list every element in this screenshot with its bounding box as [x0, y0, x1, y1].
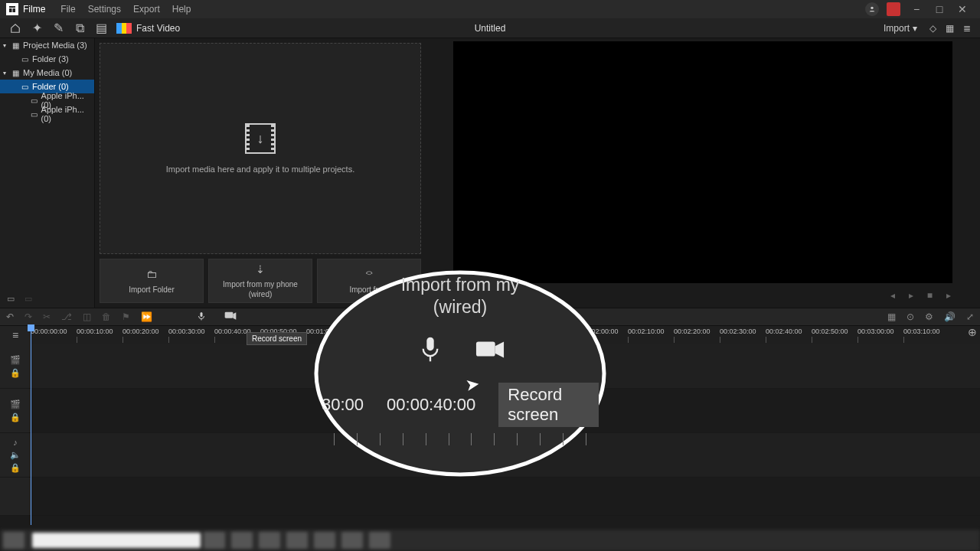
video-track-icon[interactable]: 🎬 — [10, 399, 21, 409]
notification-icon[interactable] — [887, 2, 900, 16]
callout-time-left: 30:00 — [322, 395, 364, 415]
cut-icon[interactable]: ✂ — [43, 311, 51, 322]
folder-icon: ▭ — [31, 96, 38, 105]
card-label: Import Folder — [129, 285, 174, 295]
import-dropdown[interactable]: Import ▾ — [884, 23, 917, 34]
taskbar-app-icon[interactable] — [369, 532, 390, 549]
card-label: (wired) — [249, 289, 273, 299]
taskbar-app-icon[interactable] — [231, 532, 253, 549]
playhead[interactable] — [31, 326, 31, 525]
split-icon[interactable]: ⎇ — [61, 311, 72, 322]
project-title: Untitled — [475, 23, 506, 34]
redo-icon[interactable]: ↷ — [24, 311, 32, 322]
menu-settings[interactable]: Settings — [88, 4, 121, 15]
titlebar: Filme File Settings Export Help − □ ✕ — [0, 0, 980, 18]
taskbar-search[interactable] — [32, 533, 201, 548]
view-thumb-icon[interactable]: ◇ — [929, 23, 936, 34]
collapse-icon[interactable]: ▭ — [21, 292, 36, 305]
caret-down-icon: ▾ — [3, 42, 9, 49]
svg-point-0 — [871, 7, 873, 9]
ruler-tick: 00:02:10:00 — [628, 328, 665, 335]
lock-icon[interactable]: 🔒 — [10, 368, 21, 378]
tree-my-media[interactable]: ▾ ▦ My Media (0) — [0, 66, 94, 80]
toolbar: ✦ ✎ ⧉ ▤ Fast Video Import ▾ ◇ ▦ ≣ Untitl… — [0, 18, 980, 38]
os-taskbar[interactable] — [0, 530, 980, 551]
delete-icon[interactable]: 🗑 — [102, 311, 111, 322]
menu-export[interactable]: Export — [133, 4, 160, 15]
fullscreen-icon[interactable]: ⤢ — [966, 311, 974, 322]
crop-icon[interactable]: ◫ — [83, 311, 91, 322]
svg-rect-5 — [476, 341, 495, 356]
view-grid-icon[interactable]: ▦ — [946, 23, 954, 34]
add-folder-icon[interactable]: ▭ — [3, 292, 18, 305]
lock-icon[interactable]: 🔒 — [10, 412, 21, 422]
home-icon[interactable] — [5, 20, 26, 37]
tree-label: Project Media (3) — [23, 41, 87, 50]
next-frame-icon[interactable]: ▸ — [946, 290, 951, 301]
taskbar-app-icon[interactable] — [204, 532, 225, 549]
audio-track-icon[interactable]: ♪ — [13, 438, 18, 447]
preview-monitor — [453, 41, 952, 283]
film-import-icon: ↓ — [245, 123, 276, 154]
ruler-tick: 00:03:10:00 — [903, 328, 940, 335]
window-minimize-icon[interactable]: − — [905, 3, 928, 15]
ruler-tick: 00:00:30:00 — [168, 328, 205, 335]
fast-video-icon[interactable] — [116, 23, 132, 34]
account-icon[interactable] — [865, 2, 879, 16]
snap-icon[interactable]: ▦ — [887, 311, 896, 322]
import-dropzone[interactable]: ↓ Import media here and apply it to mult… — [100, 43, 421, 254]
taskbar-app-icon[interactable] — [286, 532, 308, 549]
window-close-icon[interactable]: ✕ — [951, 3, 974, 15]
camcorder-icon[interactable] — [475, 335, 505, 364]
copy-icon[interactable]: ⧉ — [69, 20, 90, 37]
mute-icon[interactable]: 🔈 — [10, 450, 21, 460]
fast-video-label[interactable]: Fast Video — [136, 23, 180, 34]
edit-icon[interactable]: ✎ — [47, 20, 69, 37]
tree-apple-2[interactable]: ▭ Apple iPh... (0) — [0, 107, 94, 121]
marker-icon[interactable]: ⚑ — [122, 311, 130, 322]
wand-icon[interactable]: ✦ — [26, 20, 47, 37]
mic-icon[interactable] — [416, 335, 445, 364]
volume-icon[interactable]: 🔊 — [944, 311, 956, 322]
callout-magnifier: Import from my (wired) ➤ 30:00 00:00:40:… — [311, 266, 609, 481]
start-icon[interactable] — [3, 532, 24, 549]
mic-record-icon[interactable] — [197, 311, 206, 324]
tree-folder-1[interactable]: ▭ Folder (3) — [0, 52, 94, 66]
ruler-tick: 00:02:20:00 — [674, 328, 710, 335]
window-maximize-icon[interactable]: □ — [928, 3, 951, 15]
ruler-tick: 00:00:40:00 — [214, 328, 251, 335]
play-icon[interactable]: ▸ — [909, 290, 913, 301]
menu-file[interactable]: File — [60, 4, 75, 15]
taskbar-app-icon[interactable] — [341, 532, 363, 549]
import-phone-wired-card[interactable]: ⇣ Import from my phone (wired) — [208, 259, 312, 303]
app-name: Filme — [23, 4, 45, 15]
screen-record-icon[interactable] — [224, 311, 237, 323]
undo-icon[interactable]: ↶ — [6, 311, 14, 322]
tree-project-media[interactable]: ▾ ▦ Project Media (3) — [0, 38, 94, 52]
zoom-in-icon[interactable]: ⊕ — [968, 326, 977, 338]
lock-icon[interactable]: 🔒 — [10, 463, 21, 473]
track-header: 🎬 🔒 — [0, 389, 31, 432]
card-label: Import from my phone — [223, 279, 298, 289]
record-screen-tooltip: Record screen — [247, 332, 307, 345]
view-list-icon[interactable]: ≣ — [963, 23, 971, 34]
ruler-tick: 00:02:40:00 — [766, 328, 802, 335]
speed-icon[interactable]: ⏩ — [141, 311, 152, 322]
image-icon[interactable]: ▤ — [90, 20, 112, 37]
zoom-fit-icon[interactable]: ⊙ — [906, 311, 914, 322]
track-menu-icon[interactable]: ≡ — [12, 329, 18, 341]
media-icon: ▦ — [12, 69, 20, 77]
prev-frame-icon[interactable]: ◂ — [890, 290, 895, 301]
folder-icon: ▭ — [21, 55, 29, 64]
import-folder-card[interactable]: 🗀 Import Folder — [100, 259, 204, 303]
folder-icon: 🗀 — [146, 267, 157, 281]
stop-icon[interactable]: ■ — [927, 290, 933, 301]
video-track-icon[interactable]: 🎬 — [10, 355, 21, 365]
menu-help[interactable]: Help — [172, 4, 191, 15]
settings-icon[interactable]: ⚙ — [925, 311, 933, 322]
tree-label: My Media (0) — [23, 68, 72, 77]
callout-record-tooltip: Record screen — [498, 383, 599, 427]
callout-title: Import from my (wired) — [401, 274, 520, 318]
taskbar-app-icon[interactable] — [259, 532, 280, 549]
taskbar-app-icon[interactable] — [314, 532, 335, 549]
